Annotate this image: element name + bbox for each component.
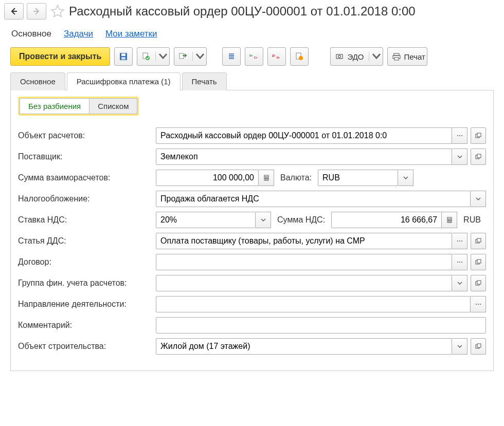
supplier-field[interactable] [160, 152, 447, 161]
dropdown-caret-icon[interactable] [369, 52, 381, 61]
dtkt-icon: ДтКт [272, 52, 281, 61]
vat-sum-field[interactable] [336, 215, 437, 225]
label-comment: Комментарий: [18, 321, 156, 330]
open-button[interactable] [471, 149, 486, 165]
dtcr-icon: DтCт [249, 52, 259, 61]
edo-button[interactable]: ЭДО [330, 47, 383, 66]
currency-field[interactable] [322, 173, 393, 182]
print-button[interactable]: Печат [387, 47, 427, 66]
dropdown-caret-button[interactable] [471, 191, 486, 207]
svg-point-41 [459, 240, 460, 242]
object-calc-field[interactable] [160, 131, 447, 140]
post-and-close-button[interactable]: Провести и закрыть [10, 47, 110, 66]
label-object-calc: Объект расчетов: [18, 131, 156, 140]
svg-point-54 [480, 304, 481, 305]
post-icon [141, 52, 151, 61]
label-currency: Валюта: [280, 173, 312, 182]
dropdown-caret-button[interactable] [452, 338, 467, 355]
activity-field[interactable] [160, 300, 466, 309]
open-button[interactable] [471, 127, 486, 144]
svg-text:Кт: Кт [277, 56, 280, 59]
svg-point-42 [461, 240, 462, 242]
label-settle-sum: Сумма взаиморасчетов: [18, 173, 156, 182]
dds-field[interactable] [160, 236, 447, 246]
dropdown-caret-icon[interactable] [192, 52, 205, 61]
dtcr-button[interactable]: DтCт [245, 47, 263, 66]
dropdown-caret-button[interactable] [398, 170, 413, 186]
svg-text:Dт: Dт [249, 54, 253, 57]
save-button[interactable] [114, 47, 133, 66]
svg-rect-20 [394, 53, 399, 55]
svg-rect-49 [477, 260, 481, 263]
nav-back-button[interactable] [4, 3, 24, 20]
open-button[interactable] [471, 254, 486, 270]
svg-rect-22 [394, 58, 399, 60]
label-activity: Направление деятельности: [18, 300, 156, 309]
fin-group-field[interactable] [160, 279, 447, 288]
open-button[interactable] [471, 338, 486, 355]
based-on-icon [178, 52, 188, 61]
ellipsis-button[interactable] [452, 127, 467, 144]
doc-tab-print[interactable]: Печать [182, 72, 227, 90]
ellipsis-button[interactable] [452, 254, 467, 270]
floppy-icon [119, 52, 128, 61]
nav-forward-button[interactable] [27, 3, 46, 20]
svg-point-25 [461, 135, 462, 136]
report-button[interactable] [222, 47, 241, 66]
svg-rect-44 [477, 238, 481, 242]
ellipsis-button[interactable] [452, 233, 467, 249]
dtkt-button[interactable]: ДтКт [267, 47, 286, 66]
label-supplier: Поставщик: [18, 152, 156, 161]
svg-rect-30 [264, 175, 268, 180]
svg-rect-29 [477, 154, 481, 158]
segment-no-split[interactable]: Без разбиения [20, 98, 89, 114]
svg-point-52 [476, 304, 477, 305]
svg-point-53 [478, 304, 479, 305]
label-contract: Договор: [18, 257, 156, 267]
svg-point-46 [459, 262, 460, 263]
view-tab-main[interactable]: Основное [11, 29, 51, 39]
open-button[interactable] [471, 275, 486, 291]
svg-point-45 [457, 262, 458, 263]
settle-sum-field[interactable] [160, 173, 254, 182]
view-tab-tasks[interactable]: Задачи [64, 29, 93, 39]
open-icon [475, 259, 481, 265]
open-icon [475, 343, 481, 349]
printer-icon [392, 52, 401, 61]
label-dds: Статья ДДС: [18, 236, 156, 246]
comment-field[interactable] [160, 321, 481, 330]
open-button[interactable] [471, 233, 486, 249]
post-button[interactable] [137, 47, 170, 66]
calculator-button[interactable] [442, 212, 457, 228]
ellipsis-button[interactable] [471, 296, 486, 312]
label-vat-sum: Сумма НДС: [277, 215, 325, 225]
doc-tab-main[interactable]: Основное [10, 72, 65, 90]
svg-rect-27 [477, 133, 481, 137]
calculator-button[interactable] [259, 170, 274, 186]
label-vat-rate: Ставка НДС: [18, 215, 156, 225]
favorite-star-icon[interactable] [49, 3, 66, 20]
dropdown-caret-icon[interactable] [155, 52, 168, 61]
post-and-close-label: Провести и закрыть [19, 52, 101, 61]
taxation-field[interactable] [160, 194, 466, 203]
calculator-icon [263, 175, 269, 181]
open-icon [475, 238, 481, 244]
label-construction: Объект строительства: [18, 342, 156, 351]
basis-create-button[interactable] [174, 47, 207, 66]
doc-gear-icon [295, 52, 304, 61]
svg-point-24 [459, 135, 460, 136]
dropdown-caret-button[interactable] [256, 212, 271, 228]
dropdown-caret-button[interactable] [452, 149, 467, 165]
segment-list[interactable]: Списком [89, 98, 137, 114]
edo-label: ЭДО [347, 52, 364, 61]
settings-button[interactable] [290, 47, 309, 66]
contract-field[interactable] [160, 257, 447, 267]
open-icon [475, 133, 481, 139]
view-tab-notes[interactable]: Мои заметки [105, 29, 157, 39]
dropdown-caret-button[interactable] [452, 275, 467, 291]
construction-field[interactable] [160, 342, 447, 351]
vat-rate-field[interactable] [160, 215, 251, 225]
vat-sum-currency: RUB [463, 215, 481, 225]
doc-tab-decipher[interactable]: Расшифровка платежа (1) [67, 72, 181, 90]
print-label: Печат [404, 52, 425, 61]
